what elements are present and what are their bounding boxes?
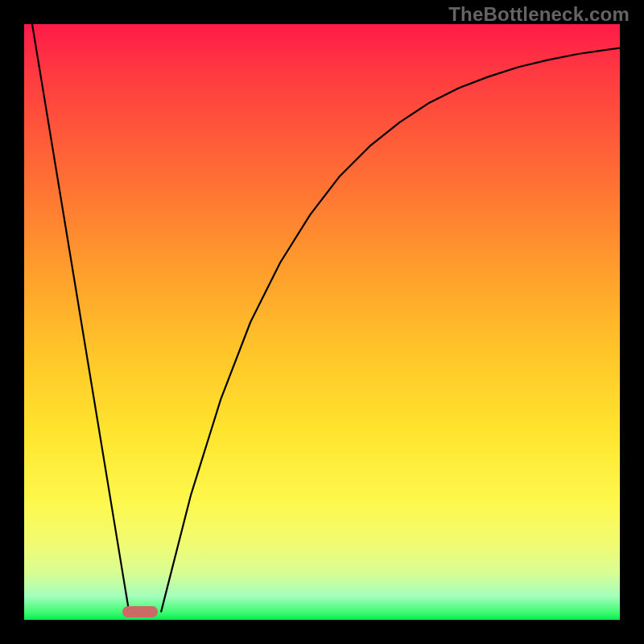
curve-right <box>161 48 620 612</box>
watermark-text: TheBottleneck.com <box>448 3 630 26</box>
plot-area <box>24 24 620 620</box>
optimum-marker <box>122 606 158 617</box>
curve-svg <box>24 24 620 620</box>
curve-left <box>32 24 129 612</box>
chart-frame: TheBottleneck.com <box>0 0 644 644</box>
